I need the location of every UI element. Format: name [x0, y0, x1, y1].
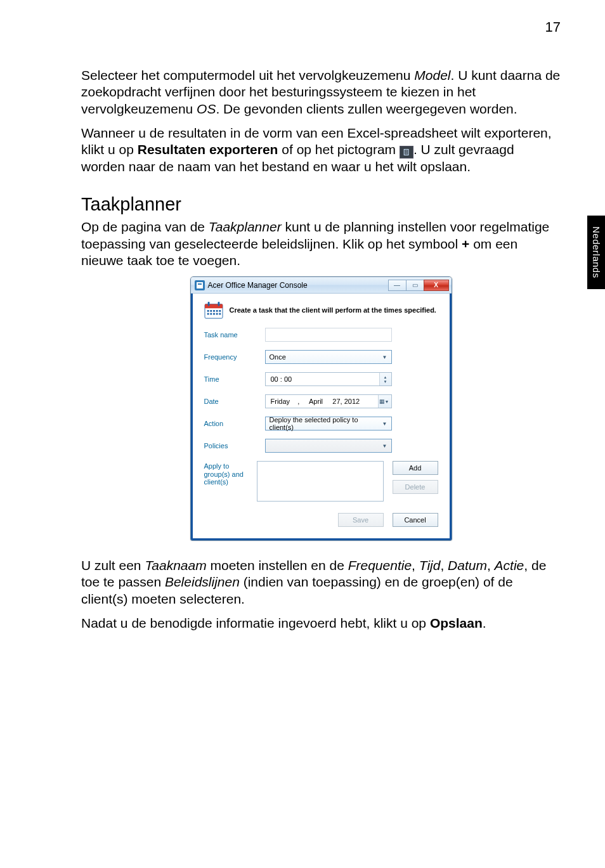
- text: ,: [412, 558, 419, 573]
- svg-rect-15: [219, 310, 221, 312]
- paragraph-3: Op de pagina van de Taakplanner kunt u d…: [81, 219, 561, 269]
- svg-rect-10: [218, 302, 219, 306]
- frequency-select[interactable]: Once: [265, 350, 392, 364]
- term-model: Model: [414, 68, 450, 82]
- dialog-title: Acer Office Manager Console: [208, 281, 388, 290]
- calendar-icon: [204, 301, 223, 319]
- cancel-button[interactable]: Cancel: [393, 513, 438, 527]
- text: Selecteer het computermodel uit het verv…: [81, 68, 414, 82]
- minimize-button[interactable]: —: [388, 280, 406, 291]
- language-tab: Nederlands: [587, 216, 605, 289]
- svg-rect-17: [210, 313, 212, 315]
- add-button[interactable]: Add: [393, 461, 438, 475]
- term-plus: +: [462, 236, 469, 251]
- time-value: 00 : 00: [271, 375, 292, 383]
- time-spinner[interactable]: 00 : 00 ▲▼: [265, 372, 392, 386]
- label-frequency: Frequency: [204, 353, 265, 361]
- svg-rect-6: [198, 283, 202, 285]
- text: ,: [440, 558, 448, 573]
- text: of op het pictogram: [278, 142, 399, 157]
- paragraph-4: U zult een Taaknaam moeten instellen en …: [81, 557, 561, 607]
- label-action: Action: [204, 420, 265, 427]
- term-tijd: Tijd: [419, 558, 441, 573]
- task-name-input[interactable]: [265, 328, 392, 342]
- chevron-down-icon: ▼: [385, 399, 389, 404]
- action-value: Deploy the selected policy to client(s): [270, 416, 376, 431]
- dialog-window: Acer Office Manager Console — ▭ X: [190, 276, 452, 541]
- text: ,: [487, 558, 495, 573]
- frequency-value: Once: [270, 353, 286, 361]
- svg-rect-5: [197, 282, 203, 288]
- term-frequentie: Frequentie: [348, 558, 412, 573]
- maximize-button[interactable]: ▭: [406, 280, 424, 291]
- svg-rect-11: [207, 310, 209, 312]
- svg-rect-19: [216, 313, 218, 315]
- paragraph-2: Wanneer u de resultaten in de vorm van e…: [81, 125, 561, 176]
- date-picker[interactable]: Friday , April 27, 2012 ▦ ▼: [265, 394, 392, 408]
- label-time: Time: [204, 375, 265, 383]
- term-os: OS: [197, 101, 216, 116]
- paragraph-1: Selecteer het computermodel uit het verv…: [81, 67, 561, 117]
- text: moeten instellen en de: [207, 558, 348, 573]
- spinner-arrows-icon: ▲▼: [382, 373, 389, 385]
- svg-rect-12: [210, 310, 212, 312]
- close-button[interactable]: X: [424, 280, 449, 291]
- svg-rect-14: [216, 310, 218, 312]
- text: . De gevonden clients zullen weergegeven…: [216, 101, 517, 116]
- date-value: Friday , April 27, 2012: [271, 398, 360, 405]
- save-button: Save: [338, 513, 384, 527]
- label-date: Date: [204, 398, 265, 405]
- text: .: [483, 616, 486, 630]
- svg-rect-16: [207, 313, 209, 315]
- svg-rect-18: [213, 313, 215, 315]
- apply-to-listbox[interactable]: [257, 461, 384, 502]
- term-taaknaam: Taaknaam: [145, 558, 206, 573]
- calendar-dropdown-icon: ▦: [379, 398, 384, 403]
- term-beleidslijnen: Beleidslijnen: [165, 574, 240, 589]
- policies-select[interactable]: [265, 439, 392, 453]
- svg-rect-9: [207, 302, 209, 306]
- term-datum: Datum: [448, 558, 487, 573]
- term-actie: Actie: [495, 558, 524, 573]
- dialog-heading: Create a task that the client will perfo…: [230, 306, 436, 314]
- dialog-titlebar[interactable]: Acer Office Manager Console — ▭ X: [191, 277, 452, 294]
- page-number: 17: [81, 19, 561, 36]
- paragraph-5: Nadat u de benodigde informatie ingevoer…: [81, 615, 561, 632]
- action-select[interactable]: Deploy the selected policy to client(s): [265, 417, 392, 431]
- text: U zult een: [81, 558, 145, 573]
- term-export-results: Resultaten exporteren: [138, 142, 278, 157]
- term-opslaan: Opslaan: [430, 616, 483, 630]
- export-icon: [400, 146, 413, 159]
- label-policies: Policies: [204, 442, 265, 450]
- svg-rect-20: [219, 313, 221, 315]
- label-task-name: Task name: [204, 331, 265, 339]
- svg-rect-8: [205, 304, 223, 309]
- heading-taakplanner: Taakplanner: [81, 194, 561, 215]
- app-icon: [195, 280, 205, 290]
- delete-button: Delete: [393, 480, 438, 494]
- term-taakplanner: Taakplanner: [209, 219, 282, 234]
- label-apply-to: Apply to group(s) and client(s): [204, 461, 257, 486]
- svg-rect-13: [213, 310, 215, 312]
- text: Nadat u de benodigde informatie ingevoer…: [81, 616, 430, 630]
- text: Op de pagina van de: [81, 219, 209, 234]
